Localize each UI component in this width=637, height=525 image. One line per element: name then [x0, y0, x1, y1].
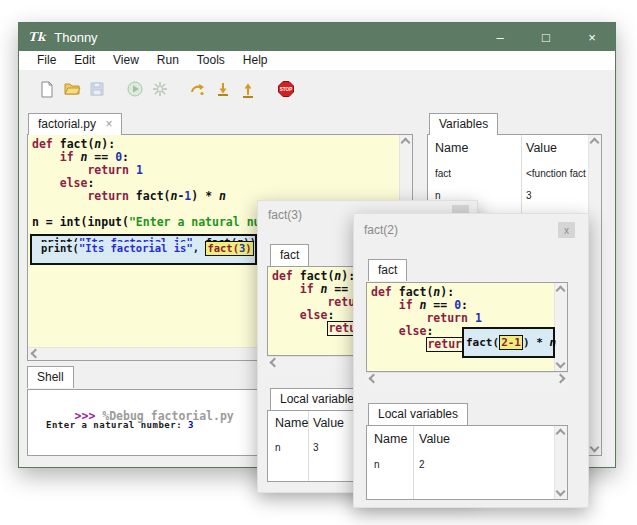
local-col-name[interactable]: Name — [275, 416, 308, 430]
code-token: "Its factorial is" — [79, 242, 193, 254]
scroll-left-icon[interactable] — [369, 374, 379, 384]
code-token — [32, 176, 60, 190]
scroll-up-icon[interactable] — [556, 286, 566, 296]
local-variables-label: Local variables — [280, 392, 360, 406]
scroll-up-icon[interactable] — [590, 138, 600, 148]
save-floppy-icon — [88, 80, 106, 98]
scroll-up-icon[interactable] — [556, 429, 566, 439]
code-token — [371, 324, 399, 338]
debug-script-button[interactable] — [151, 80, 169, 98]
shell-output-text: Enter a natural number: — [46, 420, 188, 430]
window-title: Thonny — [54, 30, 97, 45]
menu-tools[interactable]: Tools — [188, 51, 234, 70]
close-icon[interactable]: x — [558, 222, 575, 238]
debug-eval-box: fact(2-1) * n — [462, 327, 555, 358]
local-row-name[interactable]: n — [374, 459, 380, 470]
scroll-right-icon[interactable] — [556, 374, 566, 384]
variable-row-name[interactable]: fact — [435, 168, 451, 179]
code-token: if — [300, 282, 314, 296]
code-token: fact( — [466, 336, 499, 349]
local-col-value[interactable]: Value — [313, 416, 344, 430]
code-line: fact(2-1) * n — [466, 336, 556, 349]
scroll-down-icon[interactable] — [590, 443, 600, 453]
frame-tab-label: fact — [280, 248, 299, 262]
code-token: 2-1 — [501, 336, 521, 349]
local-col-value[interactable]: Value — [419, 432, 450, 446]
tab-local-variables[interactable]: Local variables — [368, 403, 468, 425]
close-button[interactable]: × — [569, 23, 615, 51]
scroll-left-icon[interactable] — [31, 349, 41, 359]
step-into-button[interactable] — [214, 80, 232, 98]
code-token: fact( — [392, 285, 434, 299]
variable-row-value[interactable]: 3 — [526, 190, 588, 201]
title-bar[interactable]: Tk Thonny – □ × — [19, 23, 615, 51]
code-token: ): — [101, 137, 115, 151]
code-token: fact( — [129, 189, 171, 203]
variables-col-name[interactable]: Name — [435, 141, 468, 155]
local-col-name[interactable]: Name — [374, 432, 407, 446]
scroll-down-icon[interactable] — [556, 359, 566, 369]
shell-user-input: 3 — [188, 420, 194, 430]
step-over-icon — [189, 80, 207, 98]
step-over-button[interactable] — [189, 80, 207, 98]
frame-tab-label: fact — [378, 263, 397, 277]
code-token: n — [550, 336, 557, 349]
frame-vertical-scrollbar[interactable] — [554, 283, 567, 371]
step-out-button[interactable] — [239, 80, 257, 98]
code-token — [272, 295, 327, 309]
code-token: else — [399, 324, 427, 338]
code-token: def — [32, 137, 53, 151]
variables-col-value[interactable]: Value — [526, 141, 557, 155]
local-variables-label: Local variables — [378, 407, 458, 421]
menu-edit[interactable]: Edit — [65, 51, 104, 70]
tab-fact[interactable]: fact — [368, 259, 407, 281]
menu-view[interactable]: View — [104, 51, 148, 70]
code-token: 1 — [136, 163, 143, 177]
code-token — [371, 311, 426, 325]
code-token — [272, 282, 300, 296]
tab-close-icon[interactable]: × — [105, 117, 112, 131]
scroll-down-icon[interactable] — [556, 487, 566, 497]
code-token: 1 — [475, 311, 482, 325]
scroll-up-icon[interactable] — [401, 138, 411, 148]
svg-text:STOP: STOP — [280, 87, 292, 92]
code-token — [272, 321, 327, 335]
tab-factorial-py[interactable]: factorial.py × — [28, 113, 122, 135]
menu-file[interactable]: File — [28, 51, 65, 70]
variable-row-value[interactable]: <function fact a — [526, 168, 588, 179]
code-token: == — [426, 298, 454, 312]
stop-button[interactable]: STOP — [277, 80, 295, 98]
local-variables-table[interactable]: Name Value n 2 — [366, 425, 568, 500]
code-token — [74, 150, 81, 164]
step-into-icon — [214, 80, 232, 98]
run-script-button[interactable] — [126, 80, 144, 98]
tab-variables[interactable]: Variables — [429, 113, 498, 135]
variables-scrollbar[interactable] — [588, 135, 601, 455]
local-variables-scrollbar[interactable] — [554, 426, 567, 499]
minimize-button[interactable]: – — [477, 23, 523, 51]
tab-shell[interactable]: Shell — [27, 366, 74, 388]
scroll-left-icon[interactable] — [270, 358, 280, 368]
maximize-button[interactable]: □ — [523, 23, 569, 51]
menu-run[interactable]: Run — [148, 51, 188, 70]
menu-help[interactable]: Help — [234, 51, 277, 70]
tab-fact[interactable]: fact — [270, 244, 309, 266]
local-row-value[interactable]: 3 — [313, 442, 319, 453]
frame-window-fact2: fact(2) x fact def fact(n): if n == 0: r… — [353, 213, 589, 508]
code-token: if — [399, 298, 413, 312]
local-row-value[interactable]: 2 — [419, 459, 425, 470]
code-token: ) * — [523, 336, 550, 349]
column-divider[interactable] — [413, 426, 414, 499]
local-row-name[interactable]: n — [275, 442, 281, 453]
code-token: fact( — [53, 137, 95, 151]
debug-focus-box: print("Its factorial is", fact(n))print(… — [30, 234, 257, 265]
frame-horizontal-scrollbar[interactable] — [366, 372, 568, 385]
open-file-button[interactable] — [63, 80, 81, 98]
save-file-button[interactable] — [88, 80, 106, 98]
code-token — [32, 163, 87, 177]
code-token: : — [122, 150, 129, 164]
code-token: if — [60, 150, 74, 164]
new-file-button[interactable] — [38, 80, 56, 98]
debug-burst-icon — [151, 80, 169, 98]
code-token: print( — [41, 242, 79, 254]
